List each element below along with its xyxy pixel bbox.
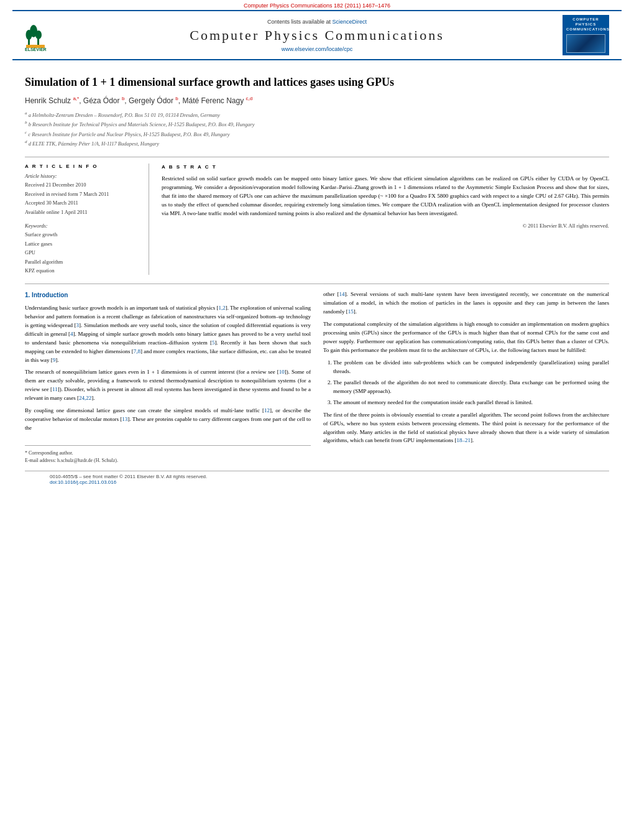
paper-content: Simulation of 1 + 1 dimensional surface …: [0, 60, 634, 487]
doi-link[interactable]: doi:10.1016/j.cpc.2011.03.016: [50, 479, 116, 485]
affiliation-d: d d ELTE TTK, Pázmány Péter 1/A, H-1117 …: [25, 139, 609, 148]
authors-line: Henrik Schulz a,*, Géza Ódor b, Gergely …: [25, 95, 609, 106]
gpu-factor-1: The problem can be divided into sub-prob…: [333, 359, 609, 376]
copyright-line: © 2011 Elsevier B.V. All rights reserved…: [162, 222, 609, 230]
body-right-para-2: The computational complexity of the simu…: [323, 320, 609, 355]
ref-13[interactable]: 13: [122, 416, 127, 422]
body-para-2: The research of nonequilibrium lattice g…: [25, 368, 311, 403]
ref-2422[interactable]: 24,22: [79, 395, 91, 401]
keyword-5: KPZ equation: [25, 266, 140, 275]
journal-url[interactable]: www.elsevier.com/locate/cpc: [93, 46, 541, 52]
ref-12[interactable]: 12: [264, 407, 270, 413]
affiliation-a: a a Helmholtz-Zentrum Dresden – Rossendo…: [25, 110, 609, 119]
ref-14[interactable]: 14: [339, 291, 345, 297]
ref-15[interactable]: 15: [348, 308, 354, 315]
contents-line: Contents lists available at ScienceDirec…: [93, 19, 541, 25]
affiliations: a a Helmholtz-Zentrum Dresden – Rossendo…: [25, 110, 609, 149]
ref-78[interactable]: 7,8: [134, 348, 140, 354]
affiliation-b: b b Research Institute for Technical Phy…: [25, 119, 609, 129]
keywords-label: Keywords:: [25, 223, 140, 229]
body-para-1: Understanding basic surface growth model…: [25, 304, 311, 365]
citation-bar: Computer Physics Communications 182 (201…: [0, 0, 634, 10]
journal-main-title: Computer Physics Communications: [93, 27, 541, 44]
issn-text: 0010-4655/$ – see front matter © 2011 El…: [50, 474, 207, 479]
body-right-para-1: other [14]. Several versions of such mul…: [323, 290, 609, 316]
keyword-2: Lattice gases: [25, 239, 140, 248]
elsevier-logo: ELSEVIER: [25, 17, 81, 53]
corresponding-author-note: * Corresponding author.: [25, 450, 311, 457]
ref-1821[interactable]: 18–21: [456, 437, 471, 443]
keyword-1: Surface growth: [25, 230, 140, 239]
keyword-4: Parallel algorithm: [25, 257, 140, 266]
received-date: Received 21 December 2010: [25, 180, 140, 189]
gpu-factor-3: The amount of memory needed for the comp…: [333, 399, 609, 407]
ref-4[interactable]: 4: [70, 331, 73, 337]
footnote-area: * Corresponding author. E-mail address: …: [25, 445, 311, 464]
cpc-logo-box: COMPUTER PHYSICS COMMUNICATIONS: [563, 15, 609, 55]
keyword-3: GPU: [25, 248, 140, 257]
author-sup-cd: c,d: [246, 96, 253, 101]
svg-text:ELSEVIER: ELSEVIER: [25, 47, 47, 52]
ref-1[interactable]: 1,2: [218, 305, 225, 311]
ref-9[interactable]: 9: [53, 357, 56, 363]
abstract-col: A B S T R A C T Restricted solid on soli…: [162, 164, 609, 275]
author-sup-b1: b: [122, 96, 124, 101]
section1-title: 1. Introduction: [25, 290, 311, 300]
gpu-factors-list: The problem can be divided into sub-prob…: [333, 359, 609, 407]
ref-11[interactable]: 11: [52, 386, 58, 392]
body-para-3: By coupling one dimensional lattice gase…: [25, 407, 311, 433]
history-label: Article history:: [25, 173, 140, 179]
article-info-title: A R T I C L E I N F O: [25, 164, 140, 169]
journal-header: ELSEVIER Contents lists available at Sci…: [12, 10, 622, 60]
affiliation-c: c c Research Institute for Particle and …: [25, 129, 609, 139]
gpu-factor-2: The parallel threads of the algorithm do…: [333, 379, 609, 396]
available-date: Available online 1 April 2011: [25, 208, 140, 216]
bottom-bar: 0010-4655/$ – see front matter © 2011 El…: [25, 471, 609, 487]
author-sup-a: a,*: [73, 96, 79, 101]
author-sup-b2: b: [175, 96, 178, 101]
citation-text: Computer Physics Communications 182 (201…: [244, 2, 390, 9]
cpc-logo-area: COMPUTER PHYSICS COMMUNICATIONS: [553, 15, 609, 55]
body-left-col: 1. Introduction Understanding basic surf…: [25, 290, 311, 464]
info-abstract-section: A R T I C L E I N F O Article history: R…: [25, 157, 609, 275]
body-right-para-3: The first of the three points is obvious…: [323, 411, 609, 446]
ref-10[interactable]: 10: [279, 369, 285, 375]
sciencedirect-link[interactable]: ScienceDirect: [333, 19, 367, 25]
abstract-text: Restricted solid on solid surface growth…: [162, 175, 609, 218]
keywords-list: Surface growth Lattice gases GPU Paralle…: [25, 230, 140, 275]
ref-5[interactable]: 5: [212, 339, 215, 346]
paper-title: Simulation of 1 + 1 dimensional surface …: [25, 75, 609, 90]
article-dates: Received 21 December 2010 Received in re…: [25, 180, 140, 216]
email-note: E-mail address: h.schulz@hzdr.de (H. Sch…: [25, 457, 311, 464]
accepted-date: Accepted 30 March 2011: [25, 198, 140, 207]
journal-title-block: Contents lists available at ScienceDirec…: [81, 19, 553, 52]
body-section: 1. Introduction Understanding basic surf…: [25, 284, 609, 464]
body-right-col: other [14]. Several versions of such mul…: [323, 290, 609, 464]
article-info-col: A R T I C L E I N F O Article history: R…: [25, 164, 149, 275]
abstract-title: A B S T R A C T: [162, 164, 609, 171]
revised-date: Received in revised form 7 March 2011: [25, 190, 140, 198]
ref-3[interactable]: 3: [76, 322, 80, 328]
